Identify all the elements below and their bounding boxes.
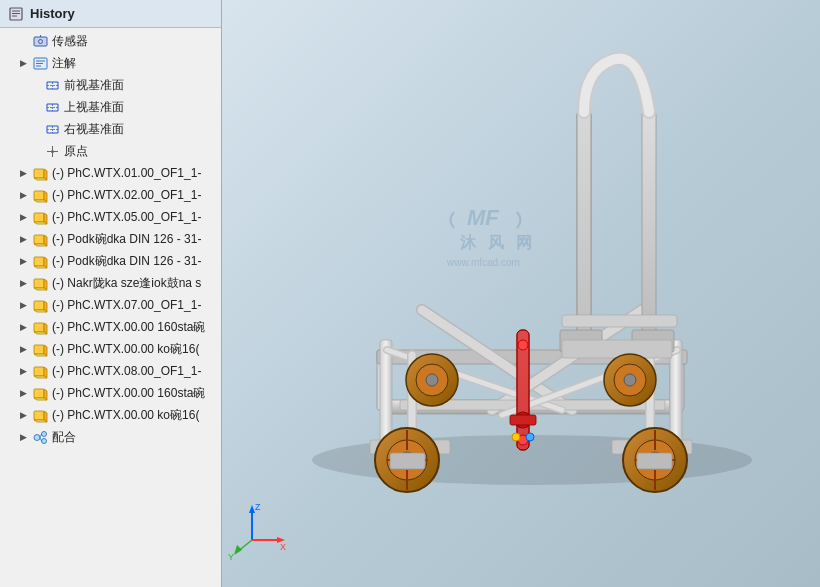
svg-rect-64 [577, 110, 591, 340]
sidebar-list: 传感器 ▶ 注解 [0, 28, 221, 587]
svg-rect-29 [34, 301, 44, 310]
svg-text:沐 风 网: 沐 风 网 [460, 234, 536, 251]
svg-rect-34 [34, 411, 44, 420]
sidebar-title: History [30, 6, 75, 21]
svg-rect-99 [390, 453, 425, 469]
sidebar-item-part1[interactable]: ▶ (-) PhC.WTX.01.00_OF1_1- [0, 162, 221, 184]
svg-point-35 [34, 434, 40, 440]
svg-point-86 [426, 374, 438, 386]
expand-arrow-p12: ▶ [20, 410, 30, 420]
sidebar-item-part5[interactable]: ▶ (-) Podk碗dka DIN 126 - 31- [0, 250, 221, 272]
expand-arrow-p7: ▶ [20, 300, 30, 310]
part-icon-11 [32, 385, 48, 401]
svg-text:www.mfcad.com: www.mfcad.com [446, 257, 520, 268]
sidebar-label-front-plane: 前视基准面 [64, 77, 124, 94]
sidebar-label-top-plane: 上视基准面 [64, 99, 124, 116]
svg-point-94 [518, 340, 528, 350]
svg-rect-100 [637, 453, 672, 469]
sidebar-label-assembly: 配合 [52, 429, 76, 446]
expand-arrow-p11: ▶ [20, 388, 30, 398]
assembly-icon [32, 429, 48, 445]
sidebar-item-part7[interactable]: ▶ (-) PhC.WTX.07.00_OF1_1- [0, 294, 221, 316]
cad-model-svg: MF 沐 风 网 www.mfcad.com Z X Y [222, 0, 820, 587]
svg-rect-27 [34, 257, 44, 266]
sidebar-label-part3: (-) PhC.WTX.05.00_OF1_1- [52, 210, 201, 224]
sidebar-label-part10: (-) PhC.WTX.08.00_OF1_1- [52, 364, 201, 378]
part-icon-8 [32, 319, 48, 335]
part-icon-2 [32, 187, 48, 203]
sidebar-label-part6: (-) Nakr陇ka sze逢iok鼓na s [52, 275, 201, 292]
sidebar-label-part4: (-) Podk碗dka DIN 126 - 31- [52, 231, 201, 248]
sidebar-item-annotation[interactable]: ▶ 注解 [0, 52, 221, 74]
sidebar-item-sensor[interactable]: 传感器 [0, 30, 221, 52]
sidebar-item-part12[interactable]: ▶ (-) PhC.WTX.00.00 ko碗16( [0, 404, 221, 426]
plane-icon-right [44, 121, 60, 137]
svg-line-39 [40, 437, 42, 441]
part-icon-6 [32, 275, 48, 291]
sidebar-item-right-plane[interactable]: 右视基准面 [0, 118, 221, 140]
expand-arrow-p5: ▶ [20, 256, 30, 266]
expand-arrow-p10: ▶ [20, 366, 30, 376]
sidebar-item-part4[interactable]: ▶ (-) Podk碗dka DIN 126 - 31- [0, 228, 221, 250]
svg-point-97 [512, 433, 520, 441]
sidebar-label-part8: (-) PhC.WTX.00.00 160sta碗 [52, 319, 205, 336]
part-icon-9 [32, 341, 48, 357]
expand-arrow-p4: ▶ [20, 234, 30, 244]
sidebar-label-part9: (-) PhC.WTX.00.00 ko碗16( [52, 341, 199, 358]
sidebar-item-part6[interactable]: ▶ (-) Nakr陇ka sze逢iok鼓na s [0, 272, 221, 294]
history-icon [8, 6, 24, 22]
sidebar-item-part3[interactable]: ▶ (-) PhC.WTX.05.00_OF1_1- [0, 206, 221, 228]
expand-arrow-p3: ▶ [20, 212, 30, 222]
main-viewport[interactable]: MF 沐 风 网 www.mfcad.com Z X Y [222, 0, 820, 587]
sensor-icon [32, 33, 48, 49]
annotation-icon [32, 55, 48, 71]
sidebar-label-part2: (-) PhC.WTX.02.00_OF1_1- [52, 188, 201, 202]
sidebar-label-origin: 原点 [64, 143, 88, 160]
svg-rect-26 [34, 235, 44, 244]
svg-rect-96 [510, 415, 536, 425]
svg-point-37 [41, 438, 46, 443]
part-icon-1 [32, 165, 48, 181]
sidebar-item-origin[interactable]: 原点 [0, 140, 221, 162]
sidebar-header: History [0, 0, 221, 28]
sidebar-item-part9[interactable]: ▶ (-) PhC.WTX.00.00 ko碗16( [0, 338, 221, 360]
part-icon-12 [32, 407, 48, 423]
expand-arrow-p9: ▶ [20, 344, 30, 354]
svg-point-22 [51, 150, 54, 153]
sidebar-item-part2[interactable]: ▶ (-) PhC.WTX.02.00_OF1_1- [0, 184, 221, 206]
svg-text:X: X [280, 542, 286, 552]
part-icon-5 [32, 253, 48, 269]
expand-arrow-p6: ▶ [20, 278, 30, 288]
svg-rect-25 [34, 213, 44, 222]
svg-rect-65 [642, 110, 656, 340]
svg-point-98 [526, 433, 534, 441]
svg-rect-31 [34, 345, 44, 354]
sidebar-item-top-plane[interactable]: 上视基准面 [0, 96, 221, 118]
expand-arrow-p1: ▶ [20, 168, 30, 178]
origin-icon [44, 143, 60, 159]
sidebar-item-assembly[interactable]: ▶ 配合 [0, 426, 221, 448]
expand-arrow-annotation: ▶ [20, 58, 30, 68]
svg-rect-24 [34, 191, 44, 200]
sidebar-item-front-plane[interactable]: 前视基准面 [0, 74, 221, 96]
sidebar-item-part11[interactable]: ▶ (-) PhC.WTX.00.00 160sta碗 [0, 382, 221, 404]
sidebar-label-part11: (-) PhC.WTX.00.00 160sta碗 [52, 385, 205, 402]
sidebar-label-sensor: 传感器 [52, 33, 88, 50]
svg-text:Y: Y [228, 552, 234, 562]
svg-point-89 [624, 374, 636, 386]
sidebar-label-part1: (-) PhC.WTX.01.00_OF1_1- [52, 166, 201, 180]
sidebar-item-part8[interactable]: ▶ (-) PhC.WTX.00.00 160sta碗 [0, 316, 221, 338]
sidebar-label-part12: (-) PhC.WTX.00.00 ko碗16( [52, 407, 199, 424]
expand-arrow-assembly: ▶ [20, 432, 30, 442]
sidebar-item-part10[interactable]: ▶ (-) PhC.WTX.08.00_OF1_1- [0, 360, 221, 382]
svg-rect-28 [34, 279, 44, 288]
svg-rect-4 [34, 37, 47, 46]
part-icon-3 [32, 209, 48, 225]
svg-rect-23 [34, 169, 44, 178]
plane-icon-front [44, 77, 60, 93]
sidebar-label-part5: (-) Podk碗dka DIN 126 - 31- [52, 253, 201, 270]
expand-arrow-p2: ▶ [20, 190, 30, 200]
plane-icon-top [44, 99, 60, 115]
svg-text:MF: MF [467, 205, 499, 230]
svg-rect-40 [222, 0, 820, 587]
